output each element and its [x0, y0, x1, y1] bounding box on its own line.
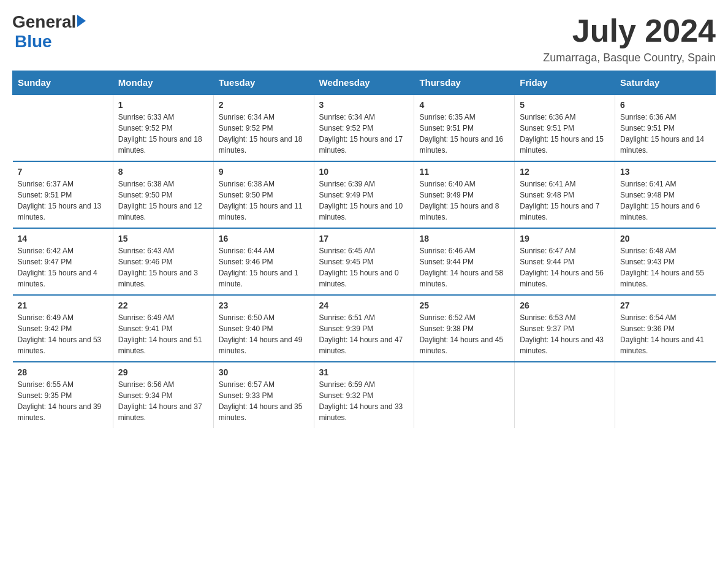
calendar-table: SundayMondayTuesdayWednesdayThursdayFrid…	[12, 71, 716, 428]
day-info: Sunrise: 6:47 AMSunset: 9:44 PMDaylight:…	[520, 245, 610, 289]
calendar-cell: 29Sunrise: 6:56 AMSunset: 9:34 PMDayligh…	[113, 362, 213, 428]
logo-general: General	[12, 12, 76, 32]
calendar-cell: 26Sunrise: 6:53 AMSunset: 9:37 PMDayligh…	[515, 295, 615, 362]
day-info: Sunrise: 6:56 AMSunset: 9:34 PMDaylight:…	[118, 379, 208, 423]
calendar-cell: 13Sunrise: 6:41 AMSunset: 9:48 PMDayligh…	[615, 161, 716, 228]
calendar-cell: 10Sunrise: 6:39 AMSunset: 9:49 PMDayligh…	[314, 161, 414, 228]
calendar-cell	[515, 362, 615, 428]
column-header-friday: Friday	[515, 71, 615, 95]
calendar-cell: 31Sunrise: 6:59 AMSunset: 9:32 PMDayligh…	[314, 362, 414, 428]
day-info: Sunrise: 6:57 AMSunset: 9:33 PMDaylight:…	[219, 379, 309, 423]
day-info: Sunrise: 6:51 AMSunset: 9:39 PMDaylight:…	[319, 312, 409, 356]
calendar-cell: 27Sunrise: 6:54 AMSunset: 9:36 PMDayligh…	[615, 295, 716, 362]
location: Zumarraga, Basque Country, Spain	[543, 52, 716, 64]
day-info: Sunrise: 6:55 AMSunset: 9:35 PMDaylight:…	[18, 379, 108, 423]
day-info: Sunrise: 6:45 AMSunset: 9:45 PMDaylight:…	[319, 245, 409, 289]
logo-triangle-icon	[77, 15, 86, 27]
day-number: 23	[219, 301, 309, 310]
calendar-cell	[13, 94, 113, 161]
calendar-week-row: 21Sunrise: 6:49 AMSunset: 9:42 PMDayligh…	[13, 295, 716, 362]
day-number: 1	[118, 100, 208, 110]
day-info: Sunrise: 6:38 AMSunset: 9:50 PMDaylight:…	[219, 178, 309, 223]
column-header-sunday: Sunday	[13, 71, 113, 95]
day-info: Sunrise: 6:53 AMSunset: 9:37 PMDaylight:…	[520, 312, 610, 356]
day-number: 18	[419, 234, 509, 243]
day-info: Sunrise: 6:40 AMSunset: 9:49 PMDaylight:…	[419, 178, 509, 223]
calendar-cell: 11Sunrise: 6:40 AMSunset: 9:49 PMDayligh…	[414, 161, 515, 228]
calendar-cell: 23Sunrise: 6:50 AMSunset: 9:40 PMDayligh…	[213, 295, 314, 362]
day-info: Sunrise: 6:42 AMSunset: 9:47 PMDaylight:…	[18, 245, 108, 289]
day-info: Sunrise: 6:43 AMSunset: 9:46 PMDaylight:…	[118, 245, 208, 289]
calendar-cell: 24Sunrise: 6:51 AMSunset: 9:39 PMDayligh…	[314, 295, 414, 362]
day-number: 15	[118, 234, 208, 243]
day-number: 12	[520, 167, 610, 177]
calendar-cell: 14Sunrise: 6:42 AMSunset: 9:47 PMDayligh…	[13, 228, 113, 295]
calendar-cell: 30Sunrise: 6:57 AMSunset: 9:33 PMDayligh…	[213, 362, 314, 428]
day-number: 14	[18, 234, 108, 243]
calendar-week-row: 7Sunrise: 6:37 AMSunset: 9:51 PMDaylight…	[13, 161, 716, 228]
day-number: 8	[118, 167, 208, 177]
day-info: Sunrise: 6:52 AMSunset: 9:38 PMDaylight:…	[419, 312, 509, 356]
day-number: 19	[520, 234, 610, 243]
calendar-cell: 8Sunrise: 6:38 AMSunset: 9:50 PMDaylight…	[113, 161, 213, 228]
day-number: 28	[18, 367, 108, 377]
day-number: 3	[319, 100, 409, 110]
day-info: Sunrise: 6:46 AMSunset: 9:44 PMDaylight:…	[419, 245, 509, 289]
calendar-header-row: SundayMondayTuesdayWednesdayThursdayFrid…	[13, 71, 716, 95]
column-header-wednesday: Wednesday	[314, 71, 414, 95]
day-number: 9	[219, 167, 309, 177]
day-info: Sunrise: 6:59 AMSunset: 9:32 PMDaylight:…	[319, 379, 409, 423]
page-header: General Blue July 2024 Zumarraga, Basque…	[12, 12, 716, 64]
logo-blue: Blue	[12, 32, 52, 52]
calendar-cell: 17Sunrise: 6:45 AMSunset: 9:45 PMDayligh…	[314, 228, 414, 295]
day-info: Sunrise: 6:35 AMSunset: 9:51 PMDaylight:…	[419, 112, 509, 156]
title-section: July 2024 Zumarraga, Basque Country, Spa…	[543, 12, 716, 64]
column-header-thursday: Thursday	[414, 71, 515, 95]
day-info: Sunrise: 6:41 AMSunset: 9:48 PMDaylight:…	[520, 178, 610, 223]
calendar-week-row: 14Sunrise: 6:42 AMSunset: 9:47 PMDayligh…	[13, 228, 716, 295]
day-info: Sunrise: 6:34 AMSunset: 9:52 PMDaylight:…	[219, 112, 309, 156]
calendar-week-row: 1Sunrise: 6:33 AMSunset: 9:52 PMDaylight…	[13, 94, 716, 161]
day-number: 31	[319, 367, 409, 377]
day-info: Sunrise: 6:44 AMSunset: 9:46 PMDaylight:…	[219, 245, 309, 289]
day-number: 20	[620, 234, 710, 243]
calendar-cell: 6Sunrise: 6:36 AMSunset: 9:51 PMDaylight…	[615, 94, 716, 161]
calendar-cell: 18Sunrise: 6:46 AMSunset: 9:44 PMDayligh…	[414, 228, 515, 295]
calendar-cell: 15Sunrise: 6:43 AMSunset: 9:46 PMDayligh…	[113, 228, 213, 295]
day-number: 6	[620, 100, 710, 110]
day-number: 29	[118, 367, 208, 377]
calendar-cell: 12Sunrise: 6:41 AMSunset: 9:48 PMDayligh…	[515, 161, 615, 228]
day-info: Sunrise: 6:34 AMSunset: 9:52 PMDaylight:…	[319, 112, 409, 156]
day-number: 2	[219, 100, 309, 110]
calendar-cell: 16Sunrise: 6:44 AMSunset: 9:46 PMDayligh…	[213, 228, 314, 295]
calendar-cell: 4Sunrise: 6:35 AMSunset: 9:51 PMDaylight…	[414, 94, 515, 161]
day-info: Sunrise: 6:41 AMSunset: 9:48 PMDaylight:…	[620, 178, 710, 223]
day-info: Sunrise: 6:33 AMSunset: 9:52 PMDaylight:…	[118, 112, 208, 156]
day-number: 4	[419, 100, 509, 110]
calendar-cell: 22Sunrise: 6:49 AMSunset: 9:41 PMDayligh…	[113, 295, 213, 362]
day-number: 11	[419, 167, 509, 177]
day-number: 10	[319, 167, 409, 177]
day-info: Sunrise: 6:48 AMSunset: 9:43 PMDaylight:…	[620, 245, 710, 289]
logo: General Blue	[12, 12, 86, 52]
day-number: 17	[319, 234, 409, 243]
day-info: Sunrise: 6:49 AMSunset: 9:42 PMDaylight:…	[18, 312, 108, 356]
day-info: Sunrise: 6:49 AMSunset: 9:41 PMDaylight:…	[118, 312, 208, 356]
day-number: 27	[620, 301, 710, 310]
calendar-cell: 5Sunrise: 6:36 AMSunset: 9:51 PMDaylight…	[515, 94, 615, 161]
day-number: 5	[520, 100, 610, 110]
calendar-cell: 28Sunrise: 6:55 AMSunset: 9:35 PMDayligh…	[13, 362, 113, 428]
calendar-cell: 9Sunrise: 6:38 AMSunset: 9:50 PMDaylight…	[213, 161, 314, 228]
calendar-week-row: 28Sunrise: 6:55 AMSunset: 9:35 PMDayligh…	[13, 362, 716, 428]
calendar-cell: 21Sunrise: 6:49 AMSunset: 9:42 PMDayligh…	[13, 295, 113, 362]
calendar-cell: 7Sunrise: 6:37 AMSunset: 9:51 PMDaylight…	[13, 161, 113, 228]
calendar-cell: 3Sunrise: 6:34 AMSunset: 9:52 PMDaylight…	[314, 94, 414, 161]
day-number: 21	[18, 301, 108, 310]
day-number: 24	[319, 301, 409, 310]
day-number: 13	[620, 167, 710, 177]
day-info: Sunrise: 6:54 AMSunset: 9:36 PMDaylight:…	[620, 312, 710, 356]
calendar-cell: 1Sunrise: 6:33 AMSunset: 9:52 PMDaylight…	[113, 94, 213, 161]
calendar-cell: 2Sunrise: 6:34 AMSunset: 9:52 PMDaylight…	[213, 94, 314, 161]
logo-text: General	[12, 12, 86, 32]
day-number: 25	[419, 301, 509, 310]
